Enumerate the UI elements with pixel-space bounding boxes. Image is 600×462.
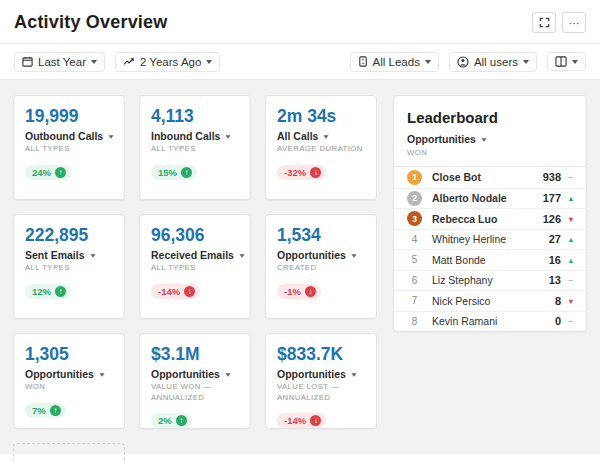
- metric-label: Inbound Calls: [151, 130, 220, 142]
- metric-type-dropdown[interactable]: All Calls: [277, 130, 365, 142]
- empty-metric-placeholder[interactable]: [13, 443, 125, 462]
- metric-card-outbound-calls: 19,999 Outbound Calls ALL TYPES 24%: [13, 95, 125, 200]
- trend-indicator-icon: [564, 276, 573, 285]
- ellipsis-icon: ···: [569, 17, 580, 29]
- trend-arrow-icon: [55, 286, 66, 297]
- metric-label: Opportunities: [277, 249, 346, 261]
- leaderboard-row: 7 Nick Persico 8: [394, 290, 586, 311]
- rank-badge: 1: [407, 170, 422, 185]
- metric-value: 1,534: [277, 225, 365, 246]
- rank-number: 6: [407, 273, 422, 288]
- chevron-down-icon: [239, 254, 244, 257]
- metric-card-opportunities-created: 1,534 Opportunities CREATED -1%: [265, 214, 377, 319]
- trend-indicator-icon: [564, 317, 573, 326]
- metric-card-all-calls: 2m 34s All Calls AVERAGE DURATION -32%: [265, 95, 377, 200]
- trend-indicator-icon: [564, 215, 573, 224]
- change-value: 7%: [32, 405, 46, 416]
- metric-type-dropdown[interactable]: Inbound Calls: [151, 130, 239, 142]
- chevron-down-icon: [225, 373, 230, 376]
- filter-group-right: All Leads All users: [350, 52, 586, 72]
- change-badge: 24%: [25, 165, 71, 180]
- user-name: Rebecca Luo: [432, 213, 543, 225]
- chevron-down-icon: [91, 60, 97, 64]
- metric-card-sent-emails: 222,895 Sent Emails ALL TYPES 12%: [13, 214, 125, 319]
- metric-type-dropdown[interactable]: Opportunities: [277, 249, 365, 261]
- metric-label: Outbound Calls: [25, 130, 103, 142]
- trend-arrow-icon: [305, 286, 316, 297]
- metric-sublabel: WON: [25, 382, 113, 393]
- user-name: Nick Persico: [432, 295, 555, 307]
- trend-indicator-icon: [564, 235, 573, 244]
- filter-group-left: Last Year 2 Years Ago: [14, 52, 220, 72]
- change-badge: -1%: [277, 284, 321, 299]
- metric-type-dropdown[interactable]: Sent Emails: [25, 249, 113, 261]
- metric-sublabel: ALL TYPES: [151, 144, 239, 155]
- metric-label: Sent Emails: [25, 249, 85, 261]
- fullscreen-button[interactable]: [532, 12, 556, 33]
- user-value: 0: [555, 315, 561, 327]
- leaderboard-metric-label: Opportunities: [407, 133, 476, 145]
- change-badge: 12%: [25, 284, 71, 299]
- leads-filter[interactable]: All Leads: [350, 52, 439, 72]
- more-options-button[interactable]: ···: [562, 12, 586, 33]
- layout-columns-selector[interactable]: [547, 52, 586, 71]
- metric-card-received-emails: 96,306 Received Emails ALL TYPES -14%: [139, 214, 251, 319]
- metric-type-dropdown[interactable]: Received Emails: [151, 249, 239, 261]
- leaderboard-row: 6 Liz Stephany 13: [394, 270, 586, 291]
- leads-filter-label: All Leads: [373, 56, 420, 68]
- user-value: 177: [543, 192, 561, 204]
- change-badge: -32%: [277, 165, 326, 180]
- metric-label: All Calls: [277, 130, 318, 142]
- trend-arrow-icon: [310, 167, 321, 178]
- metric-type-dropdown[interactable]: Outbound Calls: [25, 130, 113, 142]
- metric-type-dropdown[interactable]: Opportunities: [151, 368, 239, 380]
- leaderboard-panel: Leaderboard Opportunities WON 1 Close Bo…: [393, 95, 587, 332]
- trend-indicator-icon: [564, 256, 573, 265]
- user-value: 16: [549, 254, 561, 266]
- chevron-down-icon: [90, 254, 95, 257]
- leaderboard-header: Leaderboard Opportunities WON: [394, 109, 586, 166]
- change-value: -1%: [284, 286, 301, 297]
- user-name: Close Bot: [432, 171, 543, 183]
- chevron-down-icon: [425, 60, 431, 64]
- metric-card-value-lost: $833.7K Opportunities VALUE LOST — ANNUA…: [265, 333, 377, 429]
- metric-type-dropdown[interactable]: Opportunities: [277, 368, 365, 380]
- comparison-filter[interactable]: 2 Years Ago: [115, 52, 220, 72]
- chevron-down-icon: [572, 60, 578, 64]
- date-range-filter[interactable]: Last Year: [14, 52, 105, 72]
- metric-sublabel: ALL TYPES: [151, 263, 239, 274]
- change-value: 15%: [158, 167, 177, 178]
- metric-card-value-won: $3.1M Opportunities VALUE WON — ANNUALIZ…: [139, 333, 251, 429]
- chevron-down-icon: [99, 373, 104, 376]
- change-value: -14%: [158, 286, 180, 297]
- change-badge: 2%: [151, 413, 192, 428]
- metric-cards-grid: 19,999 Outbound Calls ALL TYPES 24% 4,11…: [13, 95, 377, 462]
- leaderboard-metric-dropdown[interactable]: Opportunities: [407, 133, 573, 145]
- trend-arrow-icon: [310, 415, 321, 426]
- metric-value: 2m 34s: [277, 106, 365, 127]
- metric-type-dropdown[interactable]: Opportunities: [25, 368, 113, 380]
- change-value: -14%: [284, 415, 306, 426]
- change-value: 2%: [158, 415, 172, 426]
- metric-label: Received Emails: [151, 249, 234, 261]
- change-value: 24%: [32, 167, 51, 178]
- chevron-down-icon: [109, 135, 114, 138]
- trend-arrow-icon: [181, 167, 192, 178]
- metric-value: 1,305: [25, 344, 113, 365]
- change-badge: -14%: [277, 413, 326, 428]
- leaderboard-title: Leaderboard: [407, 109, 573, 126]
- leaderboard-row: 4 Whitney Herline 27: [394, 229, 586, 250]
- change-value: -32%: [284, 167, 306, 178]
- change-value: 12%: [32, 286, 51, 297]
- metric-sublabel: VALUE LOST — ANNUALIZED: [277, 382, 365, 403]
- rank-number: 8: [407, 314, 422, 329]
- chevron-down-icon: [523, 60, 529, 64]
- metric-label: Opportunities: [277, 368, 346, 380]
- chevron-down-icon: [206, 60, 212, 64]
- user-name: Alberto Nodale: [432, 192, 543, 204]
- trend-arrow-icon: [50, 405, 61, 416]
- users-filter[interactable]: All users: [449, 52, 537, 72]
- leaderboard-rows: 1 Close Bot 938 2 Alberto Nodale 177 3 R…: [394, 166, 586, 331]
- user-value: 938: [543, 171, 561, 183]
- metric-sublabel: ALL TYPES: [25, 263, 113, 274]
